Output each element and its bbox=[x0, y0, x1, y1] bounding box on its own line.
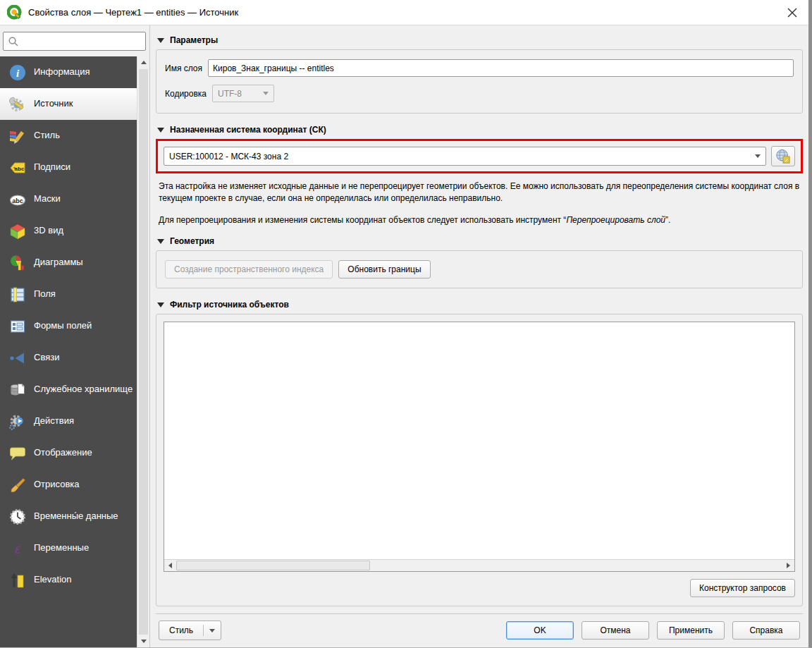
sidebar-item-label: Диаграммы bbox=[34, 257, 83, 268]
sidebar-item-labels[interactable]: abc Подписи bbox=[0, 152, 137, 183]
sidebar-item-relations[interactable]: Связи bbox=[0, 342, 137, 374]
section-header-crs[interactable]: Назначенная система координат (СК) bbox=[157, 125, 801, 135]
window-title: Свойства слоя — Чертеж1 — entities — Ист… bbox=[28, 7, 776, 18]
sidebar-item-label: Elevation bbox=[34, 575, 71, 585]
filter-scrollbar-thumb[interactable] bbox=[176, 561, 370, 570]
crs-note-2-end: ”. bbox=[665, 215, 670, 225]
crs-highlight-annotation: USER:100012 - МСК-43 зона 2 bbox=[156, 139, 803, 173]
sidebar-item-form-fields[interactable]: Формы полей bbox=[0, 310, 137, 342]
rendering-icon bbox=[8, 476, 27, 494]
sidebar-item-masks[interactable]: abc Маски bbox=[0, 183, 137, 215]
crs-note-2-tool-name: Перепроецировать слой bbox=[566, 215, 665, 225]
sidebar-item-label: Формы полей bbox=[34, 321, 92, 331]
sidebar-item-variables[interactable]: ε Переменные bbox=[0, 532, 137, 564]
collapse-triangle-icon bbox=[157, 128, 164, 133]
temporal-icon bbox=[8, 508, 27, 526]
close-button[interactable] bbox=[776, 0, 808, 25]
crs-select[interactable]: USER:100012 - МСК-43 зона 2 bbox=[164, 147, 766, 166]
sidebar-item-3d-view[interactable]: 3D вид bbox=[0, 215, 137, 247]
sidebar-item-diagrams[interactable]: Диаграммы bbox=[0, 247, 137, 279]
sidebar-item-label: Переменные bbox=[34, 543, 89, 554]
scroll-right-icon[interactable] bbox=[782, 560, 794, 572]
style-button-label: Стиль bbox=[169, 625, 193, 635]
svg-text:abc: abc bbox=[15, 165, 25, 171]
3d-view-icon bbox=[8, 222, 27, 240]
filter-horizontal-scrollbar[interactable] bbox=[164, 559, 794, 571]
layer-name-input[interactable] bbox=[208, 59, 794, 77]
sidebar-item-style[interactable]: Стиль bbox=[0, 120, 137, 152]
sidebar-item-label: Информация bbox=[34, 67, 90, 78]
filter-expression-editor bbox=[164, 322, 795, 572]
encoding-select[interactable]: UTF-8 bbox=[212, 85, 274, 102]
section-header-geometry[interactable]: Геометрия bbox=[157, 236, 801, 246]
sidebar-item-label: Связи bbox=[34, 353, 59, 363]
collapse-triangle-icon bbox=[157, 38, 164, 43]
section-title: Геометрия bbox=[170, 236, 214, 246]
scroll-up-icon[interactable] bbox=[137, 56, 149, 68]
sidebar-item-source[interactable]: Источник bbox=[0, 88, 137, 120]
sidebar-item-label: Поля bbox=[34, 289, 56, 300]
section-header-filter[interactable]: Фильтр источника объектов bbox=[157, 300, 801, 310]
scroll-down-icon[interactable] bbox=[137, 635, 149, 647]
svg-text:abc: abc bbox=[12, 197, 23, 204]
chevron-down-icon bbox=[263, 92, 269, 95]
scroll-left-icon[interactable] bbox=[164, 560, 176, 572]
sidebar-item-information[interactable]: i Информация bbox=[0, 56, 137, 88]
sidebar-item-auxiliary-storage[interactable]: Служебное хранилище bbox=[0, 374, 137, 405]
create-spatial-index-button[interactable]: Создание пространственного индекса bbox=[165, 260, 333, 279]
help-button[interactable]: Справка bbox=[732, 621, 800, 640]
sidebar-item-label: Временны́е данные bbox=[34, 511, 118, 522]
fields-icon bbox=[8, 286, 27, 304]
apply-button[interactable]: Применить bbox=[657, 621, 725, 640]
chevron-down-icon bbox=[755, 154, 761, 158]
sidebar-item-temporal[interactable]: Временны́е данные bbox=[0, 501, 137, 532]
sidebar-item-label: Служебное хранилище bbox=[34, 384, 133, 395]
sidebar: i Информация Ист bbox=[0, 56, 137, 647]
query-builder-button[interactable]: Конструктор запросов bbox=[690, 579, 795, 597]
svg-text:ε: ε bbox=[15, 541, 20, 556]
crs-note-1: Эта настройка не изменяет исходные данны… bbox=[159, 181, 800, 204]
globe-crs-icon bbox=[775, 149, 791, 164]
sidebar-item-rendering[interactable]: Отрисовка bbox=[0, 469, 137, 501]
sidebar-item-label: Подписи bbox=[34, 162, 70, 173]
section-header-parameters[interactable]: Параметры bbox=[157, 35, 801, 45]
ok-button[interactable]: OK bbox=[506, 621, 574, 640]
encoding-label: Кодировка bbox=[165, 89, 207, 99]
filter-section: Фильтр источника объектов Конструктор за… bbox=[156, 297, 803, 606]
labels-icon: abc bbox=[8, 159, 27, 177]
sidebar-item-label: 3D вид bbox=[34, 226, 63, 236]
sidebar-item-label: Маски bbox=[34, 194, 61, 204]
sidebar-item-elevation[interactable]: Elevation bbox=[0, 564, 137, 596]
footer: Стиль OK Отмена Применить Справка bbox=[156, 613, 803, 647]
section-title: Фильтр источника объектов bbox=[170, 300, 289, 310]
search-box bbox=[3, 32, 146, 51]
sidebar-scrollbar-thumb[interactable] bbox=[139, 69, 148, 635]
sidebar-item-label: Стиль bbox=[34, 130, 60, 141]
search-input[interactable] bbox=[23, 37, 141, 47]
encoding-value: UTF-8 bbox=[218, 89, 256, 99]
cancel-button[interactable]: Отмена bbox=[582, 621, 649, 640]
crs-value: USER:100012 - МСК-43 зона 2 bbox=[169, 152, 748, 161]
sidebar-item-display[interactable]: Отображение bbox=[0, 437, 137, 469]
sidebar-scrollbar-track[interactable] bbox=[137, 68, 149, 635]
qgis-logo-icon bbox=[7, 5, 23, 20]
sidebar-scrollbar[interactable] bbox=[137, 56, 149, 647]
update-extents-button[interactable]: Обновить границы bbox=[338, 260, 430, 279]
select-crs-button[interactable] bbox=[771, 146, 795, 166]
diagrams-icon bbox=[8, 254, 27, 272]
actions-icon bbox=[8, 412, 27, 431]
collapse-triangle-icon bbox=[157, 302, 164, 307]
filter-scrollbar-track[interactable] bbox=[176, 560, 782, 571]
style-menu-button[interactable]: Стиль bbox=[159, 621, 221, 640]
sidebar-item-label: Источник bbox=[34, 99, 73, 109]
filter-expression-input[interactable] bbox=[164, 322, 794, 559]
section-title: Назначенная система координат (СК) bbox=[170, 125, 326, 135]
chevron-down-icon bbox=[209, 629, 215, 632]
relations-icon bbox=[8, 349, 27, 367]
button-separator bbox=[203, 625, 204, 636]
collapse-triangle-icon bbox=[157, 239, 164, 244]
sidebar-item-label: Отрисовка bbox=[34, 479, 80, 490]
sidebar-item-actions[interactable]: Действия bbox=[0, 405, 137, 437]
sidebar-item-fields[interactable]: Поля bbox=[0, 279, 137, 310]
source-icon bbox=[8, 95, 27, 114]
